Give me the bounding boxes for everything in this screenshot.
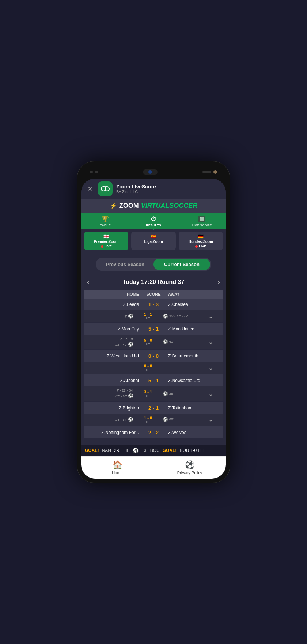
app-header: ✕ Zoom LIveScore By Zics LLC [81, 179, 226, 199]
detail-score-ht-5: 1 - 0 HT [133, 416, 163, 424]
brand-bar: ⚡ ZOOM VIRTUALSOCCER [81, 199, 226, 213]
home-icon: 🏠 [113, 460, 122, 470]
match-main-6[interactable]: Z.Nottingham For... 2 - 2 Z.Wolves [84, 427, 223, 438]
phone-frame: ✕ Zoom LIveScore By Zics LLC ⚡ ZOOM VIRT… [77, 161, 230, 483]
match-detail-3[interactable]: 0 - 0 HT ⌄ [84, 362, 223, 374]
expand-icon-1[interactable]: ⌄ [208, 313, 219, 320]
detail-home-5: 24' - 64' ⚽ [88, 416, 133, 423]
match-score-3: 0 - 0 [139, 353, 168, 359]
brand-zoom-text: ZOOM [119, 202, 139, 210]
match-score-2: 5 - 1 [139, 326, 168, 332]
tab-livescore[interactable]: 🔲 LIVE SCORE [178, 213, 226, 229]
detail-away-1: ⚽ 35' - 47' - 72' [163, 313, 208, 319]
ticker-team-nan: NAN [102, 448, 111, 453]
score-ticker: GOAL! NAN 2-0 LIL ⚽ 13' BOU GOAL! BOU 1-… [81, 445, 226, 456]
bottom-nav: 🏠 Home ⚽ Privacy Policy [81, 456, 226, 479]
previous-season-button[interactable]: Previous Season [97, 259, 154, 270]
tab-table-label: TABLE [100, 224, 110, 227]
expand-icon-3[interactable]: ⌄ [208, 364, 219, 371]
detail-score-ht-3: 0 - 0 HT [133, 364, 163, 372]
match-group-2: Z.Man City 5 - 1 Z.Man United 2' - 5' - … [84, 323, 223, 349]
premier-name: Premier-Zoom [94, 240, 119, 244]
match-away-2: Z.Man United [168, 326, 219, 332]
header-away: AWAY [168, 292, 219, 296]
privacy-label: Privacy Policy [177, 471, 202, 475]
match-group-5: Z.Brighton 2 - 1 Z.Tottenham 24' - 64' ⚽… [84, 402, 223, 426]
notch-area [81, 165, 226, 179]
match-away-4: Z.Newcastle Utd [168, 378, 219, 383]
league-tab-liga[interactable]: 🇪🇸 Liga-Zoom [131, 232, 175, 250]
nav-privacy[interactable]: ⚽ Privacy Policy [154, 457, 226, 479]
ticker-icon: ⚽ [132, 448, 139, 453]
brand-logo-icon: ⚡ [110, 202, 117, 209]
expand-icon-4[interactable]: ⌄ [208, 390, 219, 397]
bundes-live-text: LIVE [199, 244, 206, 248]
match-score-5: 2 - 1 [139, 405, 168, 411]
match-main-2[interactable]: Z.Man City 5 - 1 Z.Man United [84, 323, 223, 335]
expand-icon-5[interactable]: ⌄ [208, 416, 219, 423]
table-icon: 🏆 [102, 216, 109, 222]
header-home: HOME [88, 292, 139, 296]
nav-home[interactable]: 🏠 Home [81, 457, 154, 479]
current-season-button[interactable]: Current Season [154, 259, 210, 270]
tab-table[interactable]: 🏆 TABLE [81, 213, 129, 229]
home-label: Home [112, 471, 122, 475]
next-round-button[interactable]: › [217, 278, 220, 286]
match-group-4: Z.Arsenal 5 - 1 Z.Newcastle Utd 7' - 27'… [84, 375, 223, 401]
match-main-4[interactable]: Z.Arsenal 5 - 1 Z.Newcastle Utd [84, 375, 223, 386]
detail-away-2: ⚽ 61' [163, 339, 208, 345]
liga-flag: 🇪🇸 [151, 234, 156, 239]
detail-home-2: 2' - 5' - 9' 22' - 40' ⚽ [88, 337, 133, 347]
phone-screen: ✕ Zoom LIveScore By Zics LLC ⚡ ZOOM VIRT… [81, 179, 226, 479]
premier-live-dot [101, 245, 103, 248]
match-main-1[interactable]: Z.Leeds 1 - 3 Z.Chelsea [84, 299, 223, 310]
match-home-3: Z.West Ham Utd [88, 353, 139, 359]
match-detail-2[interactable]: 2' - 5' - 9' 22' - 40' ⚽ 5 - 0 HT ⚽ 61' … [84, 335, 223, 349]
match-group-6: Z.Nottingham For... 2 - 2 Z.Wolves [84, 427, 223, 438]
close-button[interactable]: ✕ [86, 185, 94, 193]
tab-results-label: RESULTS [146, 224, 161, 227]
match-home-4: Z.Arsenal [88, 378, 139, 383]
league-tab-bundes[interactable]: 🇩🇪 Bundes-Zoom LIVE [179, 232, 223, 250]
match-main-5[interactable]: Z.Brighton 2 - 1 Z.Tottenham [84, 402, 223, 414]
league-tabs: 🏴󠁧󠁢󠁥󠁮󠁧󠁿 Premier-Zoom LIVE 🇪🇸 Liga-Zoom 🇩… [81, 229, 226, 253]
nav-tabs: 🏆 TABLE ⏱ RESULTS 🔲 LIVE SCORE [81, 213, 226, 229]
match-detail-4[interactable]: 7' - 27' - 34' 47' - 66' ⚽ 3 - 1 HT ⚽ 25… [84, 386, 223, 401]
tab-results[interactable]: ⏱ RESULTS [129, 213, 178, 229]
match-home-6: Z.Nottingham For... [88, 430, 139, 435]
table-header: HOME SCORE AWAY [84, 290, 223, 299]
scores-container[interactable]: HOME SCORE AWAY Z.Leeds 1 - 3 Z.Chelsea … [81, 290, 226, 445]
detail-score-ht-1: 1 - 1 HT [133, 312, 163, 320]
match-away-5: Z.Tottenham [168, 405, 219, 411]
prev-round-button[interactable]: ‹ [87, 278, 90, 286]
ticker-team-lil: LIL [123, 448, 129, 453]
season-toggle: Previous Season Current Season [96, 258, 211, 271]
ticker-team-bou: BOU [150, 448, 160, 453]
ticker-goal-2: GOAL! [163, 448, 177, 453]
expand-icon-2[interactable]: ⌄ [208, 338, 219, 345]
match-away-6: Z.Wolves [168, 430, 219, 435]
match-detail-1[interactable]: 7' ⚽ 1 - 1 HT ⚽ 35' - 47' - 72' ⌄ [84, 310, 223, 322]
bundes-flag: 🇩🇪 [198, 234, 204, 239]
match-main-3[interactable]: Z.West Ham Utd 0 - 0 Z.Bournemouth [84, 350, 223, 362]
match-away-3: Z.Bournemouth [168, 353, 219, 359]
match-detail-5[interactable]: 24' - 64' ⚽ 1 - 0 HT ⚽ 88' ⌄ [84, 414, 223, 426]
results-icon: ⏱ [151, 216, 156, 222]
detail-home-4: 7' - 27' - 34' 47' - 66' ⚽ [88, 388, 133, 399]
round-title: Today 17:20 Round 37 [123, 279, 185, 285]
detail-score-ht-4: 3 - 1 HT [133, 390, 163, 398]
brand-vs-text: VIRTUALSOCCER [141, 202, 198, 210]
premier-live: LIVE [101, 244, 112, 248]
match-home-2: Z.Man City [88, 326, 139, 332]
match-score-4: 5 - 1 [139, 378, 168, 383]
app-company: By Zics LLC [116, 190, 156, 194]
app-name: Zoom LIveScore [116, 184, 156, 190]
ticker-score-2: BOU 1-0 LEE [179, 448, 206, 453]
app-icon [98, 181, 113, 196]
header-score: SCORE [139, 292, 168, 296]
ticker-goal-1: GOAL! [85, 448, 99, 453]
league-tab-premier[interactable]: 🏴󠁧󠁢󠁥󠁮󠁧󠁿 Premier-Zoom LIVE [84, 232, 128, 250]
match-score-6: 2 - 2 [139, 430, 168, 435]
detail-away-4: ⚽ 25' [163, 391, 208, 397]
livescore-icon: 🔲 [198, 216, 205, 222]
